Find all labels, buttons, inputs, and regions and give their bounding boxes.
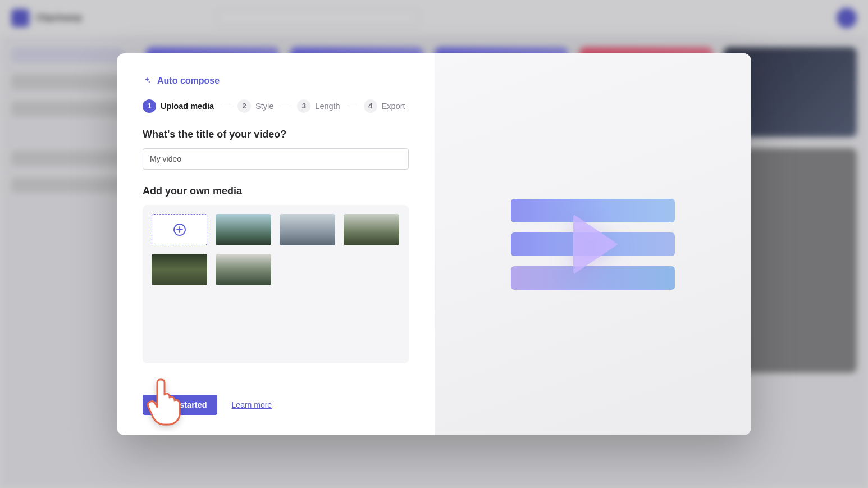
media-thumbnail[interactable] <box>280 214 335 245</box>
stepper: 1 Upload media 2 Style 3 Length 4 Export <box>143 99 409 113</box>
step-label: Length <box>315 102 340 111</box>
step-upload-media[interactable]: 1 Upload media <box>143 99 214 113</box>
step-style[interactable]: 2 Style <box>237 99 273 113</box>
get-started-label: Get started <box>164 400 207 409</box>
step-number: 1 <box>143 99 156 113</box>
sparkle-icon <box>143 76 152 85</box>
auto-compose-modal: Auto compose 1 Upload media 2 Style 3 Le… <box>117 53 751 435</box>
step-label: Upload media <box>161 102 214 111</box>
plus-circle-icon <box>173 223 186 236</box>
step-length[interactable]: 3 Length <box>297 99 340 113</box>
step-label: Style <box>255 102 273 111</box>
step-number: 3 <box>297 99 310 113</box>
video-title-input[interactable] <box>143 148 409 170</box>
step-separator <box>280 106 290 106</box>
step-separator <box>347 106 357 106</box>
media-prompt: Add your own media <box>143 185 409 197</box>
auto-compose-header: Auto compose <box>143 76 409 86</box>
sparkle-icon <box>150 400 159 409</box>
preview-graphic <box>511 199 675 290</box>
step-export[interactable]: 4 Export <box>364 99 405 113</box>
get-started-button[interactable]: Get started <box>143 395 217 415</box>
auto-compose-label: Auto compose <box>157 76 220 86</box>
media-thumbnail[interactable] <box>216 254 271 285</box>
modal-left-pane: Auto compose 1 Upload media 2 Style 3 Le… <box>117 53 435 435</box>
media-thumbnail[interactable] <box>344 214 399 245</box>
step-separator <box>221 106 231 106</box>
add-media-tile[interactable] <box>152 214 207 245</box>
learn-more-link[interactable]: Learn more <box>232 400 272 409</box>
modal-preview-pane <box>435 53 751 435</box>
play-icon <box>573 214 618 275</box>
media-thumbnail[interactable] <box>216 214 271 245</box>
step-number: 4 <box>364 99 377 113</box>
title-prompt: What's the title of your video? <box>143 129 409 140</box>
modal-footer: Get started Learn more <box>143 395 409 415</box>
modal-overlay: Auto compose 1 Upload media 2 Style 3 Le… <box>0 0 868 488</box>
step-number: 2 <box>237 99 251 113</box>
media-thumbnail[interactable] <box>152 254 207 285</box>
step-label: Export <box>382 102 405 111</box>
media-drop-zone[interactable] <box>143 205 409 363</box>
